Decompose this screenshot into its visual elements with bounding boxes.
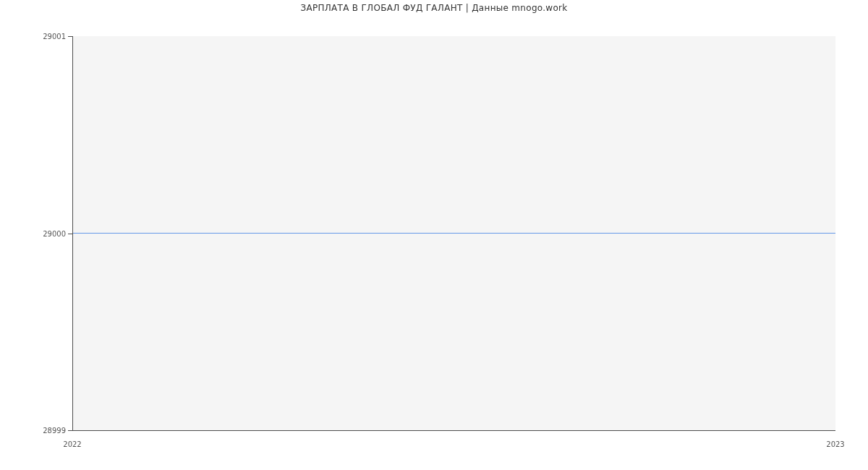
chart-title: ЗАРПЛАТА В ГЛОБАЛ ФУД ГАЛАНТ | Данные mn…: [0, 3, 868, 13]
data-line: [73, 233, 835, 234]
y-tick-label-low: 28999: [40, 427, 66, 435]
chart-container: ЗАРПЛАТА В ГЛОБАЛ ФУД ГАЛАНТ | Данные mn…: [0, 0, 868, 470]
y-tick-label-high: 29001: [40, 33, 66, 40]
x-tick-label-right: 2023: [821, 440, 850, 448]
plot-area: [72, 36, 835, 431]
x-tick-label-left: 2022: [58, 440, 87, 448]
y-tick-label-mid: 29000: [40, 230, 66, 238]
